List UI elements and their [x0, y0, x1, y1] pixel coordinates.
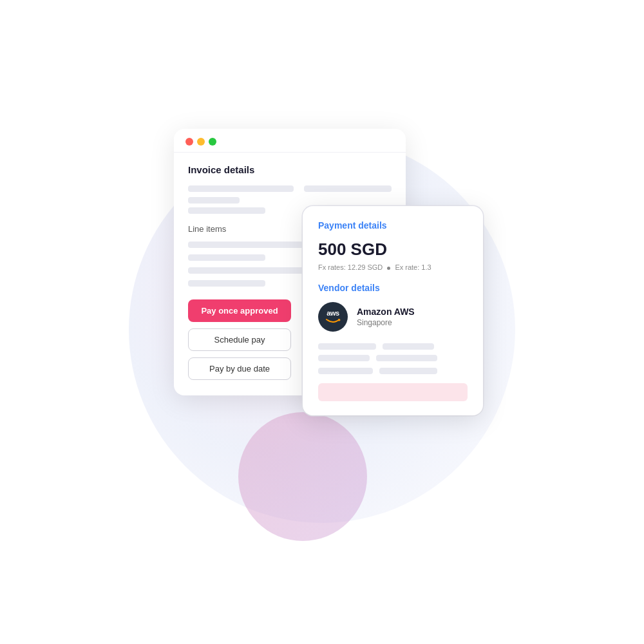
vendor-details-title: Vendor details — [318, 283, 468, 293]
schedule-pay-button[interactable]: Schedule pay — [188, 328, 291, 351]
skeleton-line — [318, 368, 373, 374]
dot-red — [185, 138, 193, 146]
dot-green — [209, 138, 216, 146]
scene-container: Invoice details Line items — [161, 129, 483, 515]
skeleton-line — [376, 355, 437, 361]
vendor-info: Amazon AWS Singapore — [357, 307, 415, 327]
aws-smile-icon — [325, 318, 341, 323]
skeleton-line — [318, 355, 370, 361]
skeleton-line — [188, 242, 304, 248]
pay-once-approved-button[interactable]: Pay once approved — [188, 299, 291, 322]
vendor-row: aws Amazon AWS Singapore — [318, 302, 468, 332]
skeleton-line — [304, 185, 392, 192]
vendor-avatar: aws — [318, 302, 348, 332]
payment-details-title: Payment details — [318, 220, 468, 231]
aws-logo-container: aws — [325, 310, 341, 325]
payment-skeleton-rows — [318, 343, 468, 374]
skeleton-line — [188, 254, 265, 261]
vendor-location: Singapore — [357, 318, 415, 327]
payment-card: Payment details 500 SGD Fx rates: 12.29 … — [303, 206, 483, 415]
skeleton-line — [188, 197, 240, 204]
dot-yellow — [197, 138, 205, 146]
skeleton-line — [383, 343, 434, 350]
skeleton-line — [188, 207, 265, 214]
payment-fx-rates: Fx rates: 12.29 SGD Ex rate: 1.3 — [318, 263, 468, 271]
payment-amount: 500 SGD — [318, 240, 468, 260]
pink-action-bar — [318, 383, 468, 401]
vendor-name: Amazon AWS — [357, 307, 415, 317]
invoice-title: Invoice details — [188, 164, 392, 175]
invoice-titlebar — [174, 129, 406, 153]
skeleton-line — [379, 368, 437, 374]
pay-by-due-date-button[interactable]: Pay by due date — [188, 357, 291, 380]
fx-dot-separator — [387, 267, 390, 270]
skeleton-line — [188, 185, 294, 192]
skeleton-line — [318, 343, 376, 350]
skeleton-line — [188, 267, 304, 274]
skeleton-line — [188, 280, 265, 287]
